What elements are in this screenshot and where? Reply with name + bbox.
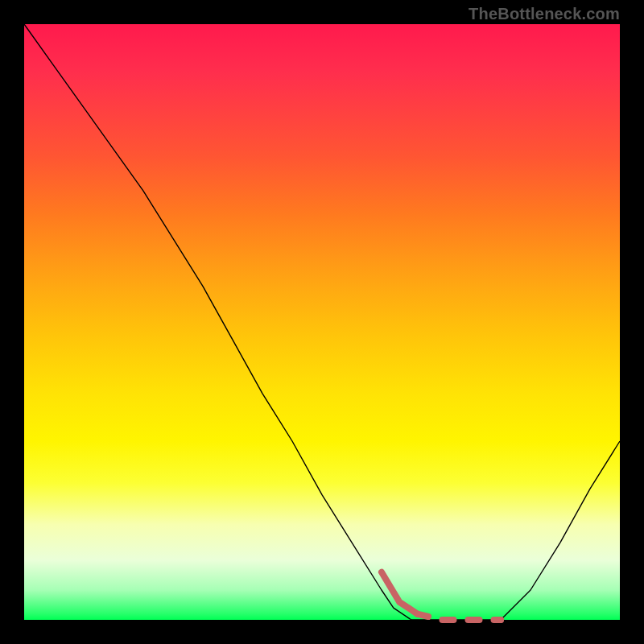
watermark-text: TheBottleneck.com [469,5,620,23]
optimal-range-dashed [417,614,501,620]
optimal-range-end-dot [497,617,504,623]
series-container [24,24,620,623]
chart-svg [24,24,620,620]
optimal-range-solid [382,572,417,614]
bottleneck-curve [24,24,620,620]
